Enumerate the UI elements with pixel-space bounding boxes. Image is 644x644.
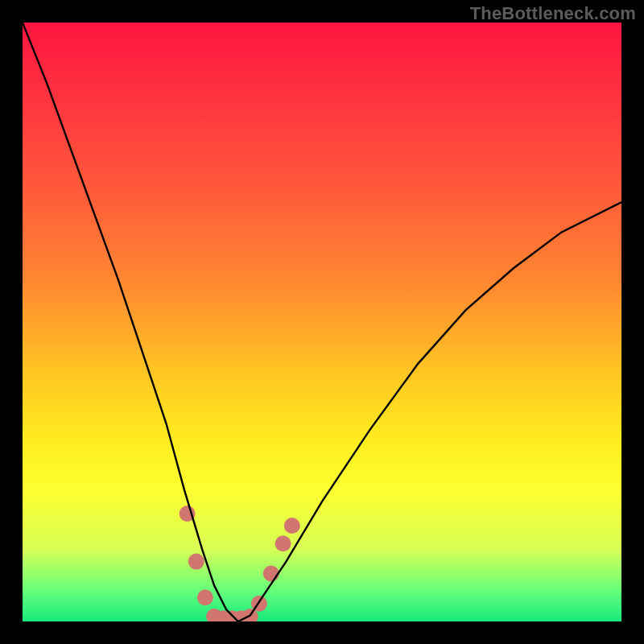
highlight-dot	[284, 518, 300, 534]
plot-area	[23, 23, 621, 621]
highlight-dots	[180, 506, 300, 621]
chart-frame: TheBottleneck.com	[0, 0, 644, 644]
bottleneck-curve	[23, 23, 621, 621]
highlight-dot	[188, 554, 204, 570]
watermark-text: TheBottleneck.com	[470, 3, 636, 24]
highlight-dot	[263, 566, 279, 582]
curve-layer	[23, 23, 621, 621]
highlight-dot	[197, 589, 213, 605]
highlight-dot	[275, 535, 291, 551]
